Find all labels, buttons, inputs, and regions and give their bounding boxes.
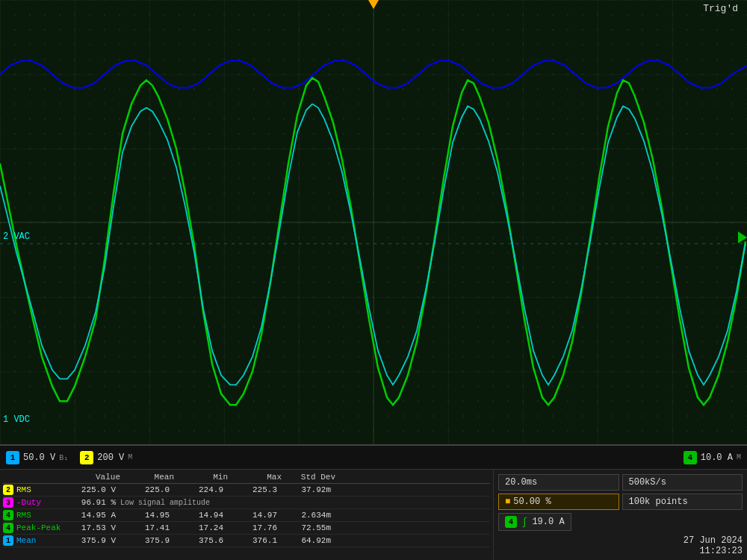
ch4-wave-value: 19.0 A	[532, 517, 564, 527]
timebase-box: 20.0ms	[498, 474, 619, 491]
ch2-rms-mean: 225.0	[120, 485, 174, 494]
sample-rate-box: 500kS/s	[622, 474, 743, 491]
ch4-rms-stddev: 2.634m	[282, 511, 335, 520]
ch4-rms-badge: 4	[3, 510, 13, 520]
timebase-row: 20.0ms 500kS/s	[498, 474, 743, 491]
ch3-duty-badge: 3	[3, 497, 13, 508]
ch2-rms-stddev: 37.92m	[282, 485, 335, 494]
stats-row-ch2-rms: 2 RMS 225.0 V 225.0 224.9 225.3 37.92m	[3, 484, 490, 497]
ch4-rms-max: 14.97	[228, 511, 282, 520]
ch2-rms-max: 225.3	[228, 485, 282, 494]
stats-row-ch4-rms: 4 RMS 14.95 A 14.95 14.94 14.97 2.634m	[3, 509, 490, 522]
ch1-mean-text: Mean	[16, 536, 36, 545]
col-max: Max	[228, 473, 282, 482]
ch4-rms-text: RMS	[16, 511, 31, 520]
ch4-pp-label: 4 Peak-Peak	[3, 523, 66, 533]
ch1-mean-min: 375.6	[174, 536, 228, 545]
ch4-pp-text: Peak-Peak	[16, 523, 61, 532]
trigger-marker	[368, 0, 379, 9]
ch3-duty-note: Low signal amplitude	[120, 499, 282, 507]
ch1-vdc-label: 1 VDC	[3, 414, 30, 425]
date-value: 27 Jun 2024	[684, 535, 743, 546]
col-stddev: Std Dev	[282, 473, 335, 482]
ch2-rms-text: RMS	[16, 485, 31, 494]
ch2-rms-badge: 2	[3, 485, 13, 495]
date-time-display: 27 Jun 2024 11:23:23	[684, 535, 743, 556]
ch-cyan-wave	[0, 104, 746, 385]
ch2-blue-wave	[0, 61, 747, 88]
ch4-pp-badge: 4	[3, 523, 13, 533]
ch4-pp-max: 17.76	[228, 523, 282, 532]
trigger-label: Trig'd	[703, 3, 738, 14]
col-min: Min	[174, 473, 228, 482]
svg-rect-7	[0, 0, 747, 444]
duty-row: ■ 50.00 % 100k points	[498, 494, 743, 510]
stats-row-ch1-mean: 1 Mean 375.9 V 375.9 375.6 376.1 64.92m	[3, 535, 490, 547]
ch4-rms-mean: 14.95	[120, 511, 174, 520]
oscilloscope: Trig'd 2 VAC 1 VDC 1 50.0 V B₁ 2 200 V M	[0, 0, 747, 560]
ch4-pp-min: 17.24	[174, 523, 228, 532]
ch4-rms-min: 14.94	[174, 511, 228, 520]
ch3-duty-text: -Duty	[16, 498, 41, 507]
ch1-mean-value: 375.9 V	[66, 536, 120, 545]
channel-bar: 1 50.0 V B₁ 2 200 V M 4 10.0 A M	[0, 446, 747, 470]
ch4-sub: M	[737, 453, 741, 461]
ch4-wave-badge: 4	[505, 516, 517, 528]
ch4-wave-box: 4 ∫ 19.0 A	[498, 513, 571, 531]
ch2-vac-label: 2 VAC	[3, 231, 30, 242]
ch2-rms-value: 225.0 V	[66, 485, 120, 494]
ch4-wave-icon: ∫	[521, 516, 527, 528]
ch2-rms-min: 224.9	[174, 485, 228, 494]
col-value: Value	[66, 473, 120, 482]
ch1-mean-mean: 375.9	[120, 536, 174, 545]
ch4-badge: 4	[684, 451, 697, 464]
stats-row-ch3-duty: 3 -Duty 96.91 % Low signal amplitude	[3, 497, 490, 509]
ch1-mean-badge: 1	[3, 535, 13, 546]
ch4-pp-mean: 17.41	[120, 523, 174, 532]
ch1-mean-stddev: 64.92m	[282, 536, 335, 545]
stats-table: Value Mean Min Max Std Dev 2 RMS 225.0 V…	[0, 470, 493, 559]
waveform-display	[0, 0, 747, 444]
duty-icon: ■	[505, 497, 510, 507]
stats-row-ch4-pp: 4 Peak-Peak 17.53 V 17.41 17.24 17.76 72…	[3, 522, 490, 535]
ch1-badge: 1	[6, 451, 19, 464]
sample-points-box: 100k points	[622, 494, 743, 510]
ch4-pp-stddev: 72.55m	[282, 523, 335, 532]
ch2-rms-label: 2 RMS	[3, 485, 66, 495]
ch2-voltage: 200 V	[97, 452, 124, 463]
ch1-info: 1 50.0 V B₁	[6, 451, 68, 464]
duty-value: 50.00 %	[513, 497, 551, 507]
duty-box: ■ 50.00 %	[498, 494, 619, 510]
ch1-voltage: 50.0 V	[23, 452, 55, 463]
ch1-mean-max: 376.1	[228, 536, 282, 545]
ch4-right-arrow	[738, 231, 747, 243]
ch3-duty-value: 96.91 %	[66, 498, 120, 507]
ch3-duty-label: 3 -Duty	[3, 497, 66, 508]
ch1-mean-label: 1 Mean	[3, 535, 66, 546]
ch2-info: 2 200 V M	[80, 451, 132, 464]
sample-rate-value: 500kS/s	[629, 477, 666, 488]
timebase-value: 20.0ms	[505, 477, 537, 488]
ch4-green-wave	[0, 78, 746, 405]
ch4-rms-value: 14.95 A	[66, 511, 120, 520]
col-mean: Mean	[120, 473, 174, 482]
ch4-pp-value: 17.53 V	[66, 523, 120, 532]
time-value: 11:23:23	[684, 546, 743, 556]
sample-points-value: 100k points	[629, 497, 688, 507]
bottom-panel: 1 50.0 V B₁ 2 200 V M 4 10.0 A M	[0, 444, 747, 560]
svg-rect-8	[0, 0, 747, 444]
ch4-rms-label: 4 RMS	[3, 510, 66, 520]
screen-area: Trig'd 2 VAC 1 VDC	[0, 0, 747, 444]
ch4-current: 10.0 A	[701, 452, 733, 463]
ch2-sub: M	[128, 453, 132, 461]
stats-header: Value Mean Min Max Std Dev	[3, 471, 490, 484]
ch4-info: 4 10.0 A M	[684, 451, 741, 464]
ch1-sub: B₁	[59, 453, 68, 462]
ch2-badge: 2	[80, 451, 93, 464]
ch4-wave-row: 4 ∫ 19.0 A	[498, 513, 743, 531]
